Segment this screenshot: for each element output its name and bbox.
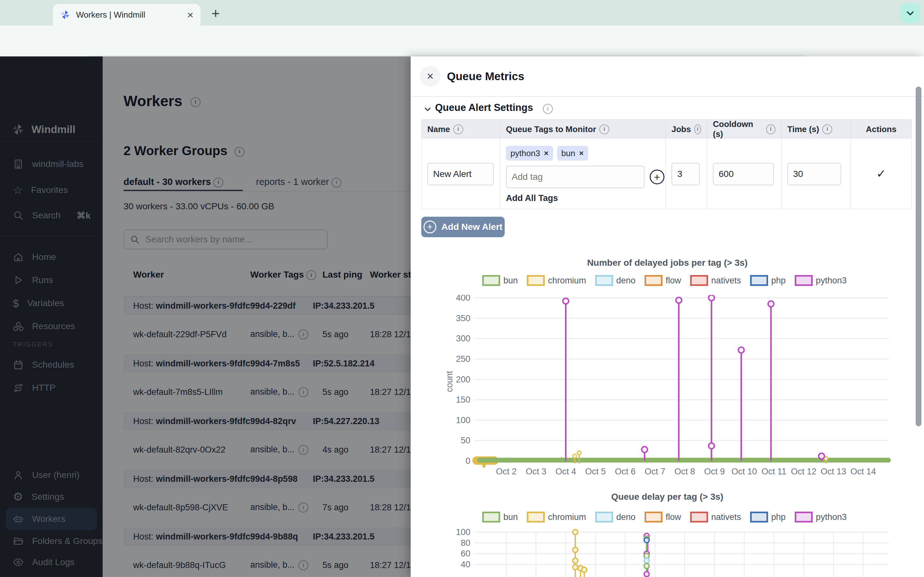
- chart2-title: Queue delay per tag (> 3s): [411, 492, 924, 502]
- legend-item-php[interactable]: php: [750, 512, 786, 522]
- alert-table-header: Name Queue Tags to Monitor Jobs Cooldown…: [422, 119, 911, 139]
- alert-name-input[interactable]: [427, 163, 494, 185]
- legend-label: chromium: [548, 276, 586, 285]
- info-icon[interactable]: [599, 124, 609, 134]
- svg-text:Oct 6: Oct 6: [615, 467, 636, 476]
- legend-item-flow[interactable]: flow: [645, 512, 681, 522]
- queue-delay-chart: 406080100: [446, 529, 895, 577]
- legend-swatch: [795, 275, 813, 286]
- svg-text:200: 200: [456, 375, 470, 384]
- svg-text:count: count: [446, 371, 454, 392]
- chart2-legend: bunchromiumdenoflownativetsphppython3: [411, 512, 924, 522]
- col-name: Name: [422, 119, 500, 139]
- legend-item-bun[interactable]: bun: [482, 512, 518, 522]
- add-new-alert-button[interactable]: + Add New Alert: [421, 217, 505, 237]
- close-button[interactable]: ×: [420, 66, 441, 87]
- svg-text:Oct 5: Oct 5: [585, 467, 606, 476]
- drawer-scrollbar[interactable]: [916, 87, 921, 426]
- legend-item-chromium[interactable]: chromium: [527, 512, 586, 522]
- chart1-legend: bunchromiumdenoflownativetsphppython3: [411, 275, 924, 286]
- browser-tab[interactable]: Workers | Windmill ×: [53, 4, 200, 26]
- legend-item-python3[interactable]: python3: [795, 275, 846, 286]
- chevron-down-icon[interactable]: [423, 105, 433, 114]
- info-icon[interactable]: [453, 124, 463, 134]
- svg-text:100: 100: [456, 416, 470, 425]
- tag-chip-python3[interactable]: python3×: [506, 146, 553, 161]
- time-input[interactable]: [787, 163, 841, 185]
- svg-text:Oct 14: Oct 14: [851, 467, 876, 476]
- alert-settings-table: Name Queue Tags to Monitor Jobs Cooldown…: [421, 119, 912, 209]
- info-icon[interactable]: [766, 124, 776, 134]
- legend-swatch: [750, 512, 768, 522]
- legend-label: deno: [616, 276, 636, 285]
- legend-swatch: [527, 512, 545, 522]
- legend-item-deno[interactable]: deno: [595, 512, 636, 522]
- legend-swatch: [527, 275, 545, 286]
- window-chevron-button[interactable]: [900, 3, 920, 23]
- legend-item-python3[interactable]: python3: [795, 512, 846, 522]
- col-actions: Actions: [851, 119, 911, 139]
- add-all-tags-link[interactable]: Add All Tags: [506, 193, 558, 203]
- drawer-backdrop[interactable]: [0, 56, 411, 577]
- windmill-favicon: [60, 10, 70, 20]
- legend-label: php: [771, 276, 786, 285]
- divider: [411, 96, 924, 97]
- tag-chip-bun[interactable]: bun×: [557, 146, 588, 161]
- chart1-title: Number of delayed jobs per tag (> 3s): [411, 258, 924, 268]
- add-tag-input[interactable]: [506, 166, 645, 188]
- svg-text:100: 100: [456, 529, 470, 537]
- queue-metrics-drawer: × Queue Metrics Queue Alert Settings Nam…: [411, 56, 924, 577]
- new-tab-button[interactable]: +: [207, 5, 224, 22]
- svg-text:Oct 10: Oct 10: [732, 467, 757, 476]
- legend-item-nativets[interactable]: nativets: [690, 275, 741, 286]
- col-queue-tags: Queue Tags to Monitor: [500, 119, 666, 139]
- info-icon[interactable]: [822, 124, 832, 134]
- remove-tag-icon[interactable]: ×: [544, 149, 549, 158]
- legend-item-nativets[interactable]: nativets: [690, 512, 741, 522]
- jobs-input[interactable]: [672, 163, 700, 185]
- legend-swatch: [645, 275, 662, 286]
- svg-text:0: 0: [465, 456, 470, 466]
- legend-item-deno[interactable]: deno: [595, 275, 636, 286]
- legend-swatch: [482, 512, 500, 522]
- svg-text:80: 80: [461, 538, 470, 548]
- col-cooldown: Cooldown (s): [707, 119, 782, 139]
- legend-label: flow: [666, 512, 681, 522]
- legend-item-bun[interactable]: bun: [482, 275, 518, 286]
- svg-text:400: 400: [456, 295, 470, 303]
- col-time: Time (s): [782, 119, 851, 139]
- svg-text:350: 350: [456, 314, 470, 323]
- info-icon[interactable]: [694, 124, 701, 134]
- svg-text:Oct 9: Oct 9: [704, 467, 725, 476]
- confirm-check-icon[interactable]: ✓: [876, 167, 886, 181]
- tab-title: Workers | Windmill: [76, 10, 187, 20]
- svg-text:Oct 8: Oct 8: [674, 467, 695, 476]
- legend-label: bun: [503, 276, 518, 285]
- cooldown-input[interactable]: [713, 163, 774, 185]
- info-icon[interactable]: [543, 104, 553, 114]
- legend-swatch: [482, 275, 500, 286]
- svg-text:Oct 13: Oct 13: [821, 467, 846, 476]
- add-tag-button[interactable]: +: [650, 169, 664, 184]
- svg-text:150: 150: [456, 395, 470, 405]
- delayed-jobs-chart: 050100150200250300350400Oct 2Oct 3Oct 4O…: [446, 295, 895, 481]
- legend-item-chromium[interactable]: chromium: [527, 275, 586, 286]
- legend-swatch: [645, 512, 662, 522]
- drawer-title: Queue Metrics: [447, 70, 524, 83]
- legend-item-flow[interactable]: flow: [645, 275, 681, 286]
- svg-text:Oct 12: Oct 12: [791, 467, 817, 476]
- legend-label: python3: [816, 276, 846, 285]
- svg-text:60: 60: [461, 549, 470, 558]
- remove-tag-icon[interactable]: ×: [579, 149, 583, 158]
- browser-toolbar: app.windmill.dev/workers ☆ ⋮: [0, 26, 924, 56]
- legend-item-php[interactable]: php: [750, 275, 786, 286]
- queue-alert-settings-heading[interactable]: Queue Alert Settings: [435, 102, 533, 113]
- legend-label: deno: [616, 512, 636, 522]
- tab-close-icon[interactable]: ×: [187, 9, 194, 20]
- svg-text:Oct 3: Oct 3: [525, 467, 546, 476]
- svg-text:Oct 7: Oct 7: [645, 467, 666, 476]
- plus-circle-icon: +: [423, 221, 436, 234]
- plus-icon: +: [654, 171, 660, 183]
- svg-text:50: 50: [461, 436, 470, 445]
- svg-text:Oct 2: Oct 2: [496, 467, 517, 476]
